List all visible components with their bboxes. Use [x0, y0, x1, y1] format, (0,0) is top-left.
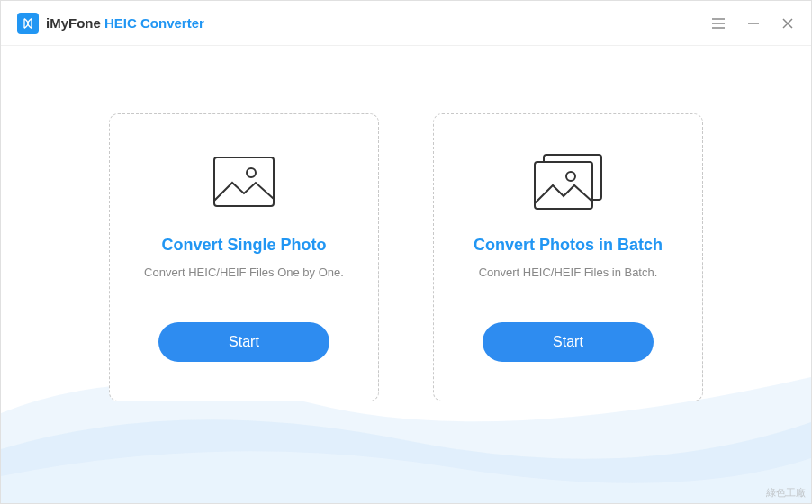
brand-name: iMyFone — [46, 15, 101, 31]
single-photo-title: Convert Single Photo — [161, 236, 326, 255]
batch-photo-title: Convert Photos in Batch — [474, 236, 663, 255]
single-photo-start-button[interactable]: Start — [158, 322, 329, 362]
menu-icon[interactable] — [710, 15, 726, 32]
window-controls — [710, 15, 795, 32]
single-photo-icon — [212, 150, 275, 213]
header-left: iMyFone HEIC Converter — [17, 13, 204, 34]
single-photo-subtitle: Convert HEIC/HEIF Files One by One. — [144, 266, 344, 279]
batch-photo-subtitle: Convert HEIC/HEIF Files in Batch. — [479, 266, 658, 279]
app-logo-icon — [17, 13, 39, 34]
single-photo-card: Convert Single Photo Convert HEIC/HEIF F… — [109, 113, 379, 401]
product-name: HEIC Converter — [104, 15, 204, 31]
watermark: 綠色工廠 — [766, 486, 806, 500]
title-bar: iMyFone HEIC Converter — [1, 1, 811, 46]
batch-photo-card: Convert Photos in Batch Convert HEIC/HEI… — [433, 113, 703, 401]
svg-point-7 — [247, 168, 256, 177]
main-content: Convert Single Photo Convert HEIC/HEIF F… — [1, 46, 811, 401]
minimize-icon[interactable] — [746, 16, 761, 31]
close-icon[interactable] — [780, 16, 795, 31]
batch-photo-start-button[interactable]: Start — [483, 322, 654, 362]
svg-rect-9 — [535, 162, 592, 209]
svg-rect-6 — [214, 158, 274, 206]
batch-photo-icon — [533, 150, 603, 213]
app-title: iMyFone HEIC Converter — [46, 15, 204, 31]
